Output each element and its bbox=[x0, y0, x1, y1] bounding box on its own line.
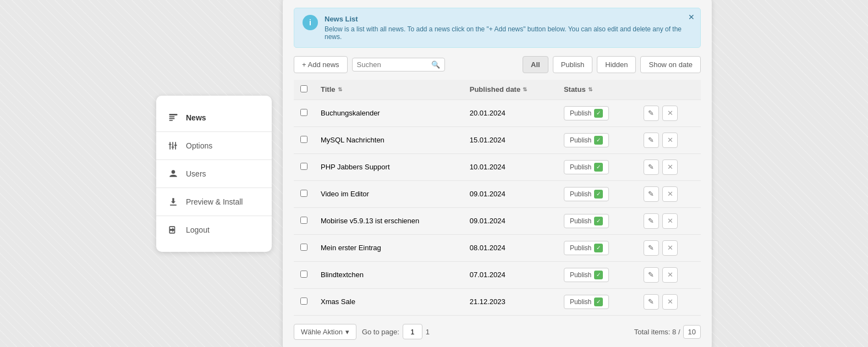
row-checkbox-5[interactable] bbox=[300, 244, 307, 251]
table-row: PHP Jabbers Support 10.01.2024 Publish ✓… bbox=[294, 153, 701, 180]
row-checkbox-cell bbox=[294, 100, 314, 126]
sidebar-item-options[interactable]: Options bbox=[156, 132, 272, 160]
search-input[interactable] bbox=[357, 60, 428, 69]
delete-button-4[interactable]: ✕ bbox=[662, 213, 678, 229]
delete-button-7[interactable]: ✕ bbox=[662, 294, 678, 310]
row-checkbox-3[interactable] bbox=[300, 190, 307, 197]
edit-button-2[interactable]: ✎ bbox=[644, 159, 659, 175]
add-news-button[interactable]: + Add news bbox=[294, 56, 348, 73]
header-checkbox-cell bbox=[294, 80, 314, 100]
page-input[interactable] bbox=[403, 324, 422, 339]
edit-button-1[interactable]: ✎ bbox=[644, 133, 659, 148]
download-icon bbox=[167, 196, 179, 208]
filter-publish-button[interactable]: Publish bbox=[553, 56, 593, 73]
header-status[interactable]: Status ⇅ bbox=[557, 80, 635, 100]
edit-button-7[interactable]: ✎ bbox=[644, 294, 659, 310]
wahl-aktion-button[interactable]: Wähle Aktion ▾ bbox=[294, 324, 356, 340]
row-title-7: Xmas Sale bbox=[314, 288, 463, 315]
row-checkbox-4[interactable] bbox=[300, 217, 307, 224]
info-box: i News List Below is a list with all new… bbox=[294, 8, 701, 48]
wahl-aktion-label: Wähle Aktion bbox=[301, 328, 343, 336]
svg-rect-0 bbox=[169, 114, 178, 115]
news-icon bbox=[167, 112, 179, 124]
table-row: Mein erster Eintrag 08.01.2024 Publish ✓… bbox=[294, 234, 701, 261]
header-published-date[interactable]: Published date ⇅ bbox=[463, 80, 557, 100]
publish-check-6: ✓ bbox=[594, 271, 603, 279]
sidebar-item-options-label: Options bbox=[186, 141, 212, 150]
row-checkbox-1[interactable] bbox=[300, 136, 307, 143]
users-icon bbox=[167, 168, 179, 180]
publish-check-1: ✓ bbox=[594, 136, 603, 145]
publish-check-3: ✓ bbox=[594, 190, 603, 199]
sidebar-item-preview-install[interactable]: Preview & Install bbox=[156, 188, 272, 216]
news-table: Title ⇅ Published date ⇅ Status ⇅ bbox=[294, 80, 701, 316]
table-row: Blindtextchen 07.01.2024 Publish ✓ ✎ ✕ bbox=[294, 261, 701, 288]
edit-button-3[interactable]: ✎ bbox=[644, 186, 659, 202]
sidebar-item-preview-install-label: Preview & Install bbox=[186, 197, 243, 206]
table-row: MySQL Nachrichten 15.01.2024 Publish ✓ ✎… bbox=[294, 126, 701, 153]
date-sort-icon: ⇅ bbox=[523, 86, 527, 92]
filter-show-on-date-button[interactable]: Show on date bbox=[640, 56, 701, 73]
row-checkbox-6[interactable] bbox=[300, 271, 307, 278]
info-title: News List bbox=[325, 15, 692, 23]
filter-all-button[interactable]: All bbox=[523, 56, 548, 73]
sidebar-item-news[interactable]: News bbox=[156, 104, 272, 132]
delete-button-1[interactable]: ✕ bbox=[662, 133, 678, 148]
row-actions-6: ✎ ✕ bbox=[635, 261, 701, 288]
total-items: Total items: 8 / 10 bbox=[634, 325, 701, 339]
row-title-0: Buchungskalender bbox=[314, 100, 463, 126]
edit-button-5[interactable]: ✎ bbox=[644, 240, 659, 256]
row-title-2: PHP Jabbers Support bbox=[314, 153, 463, 180]
edit-button-0[interactable]: ✎ bbox=[644, 106, 659, 121]
row-checkbox-0[interactable] bbox=[300, 109, 307, 116]
info-description: Below is a list with all news. To add a … bbox=[325, 25, 692, 41]
row-checkbox-2[interactable] bbox=[300, 163, 307, 170]
publish-button-3[interactable]: Publish ✓ bbox=[564, 187, 609, 201]
sidebar-item-logout[interactable]: Logout bbox=[156, 216, 272, 244]
publish-button-6[interactable]: Publish ✓ bbox=[564, 268, 609, 282]
delete-button-2[interactable]: ✕ bbox=[662, 159, 678, 175]
publish-button-4[interactable]: Publish ✓ bbox=[564, 214, 609, 228]
table-header-row: Title ⇅ Published date ⇅ Status ⇅ bbox=[294, 80, 701, 100]
publish-button-2[interactable]: Publish ✓ bbox=[564, 160, 609, 174]
row-title-1: MySQL Nachrichten bbox=[314, 126, 463, 153]
select-all-checkbox[interactable] bbox=[300, 85, 307, 92]
filter-hidden-button[interactable]: Hidden bbox=[597, 56, 636, 73]
delete-button-3[interactable]: ✕ bbox=[662, 186, 678, 202]
delete-button-6[interactable]: ✕ bbox=[662, 267, 678, 283]
row-checkbox-cell bbox=[294, 153, 314, 180]
sidebar-item-users[interactable]: Users bbox=[156, 160, 272, 188]
delete-button-5[interactable]: ✕ bbox=[662, 240, 678, 256]
row-checkbox-cell bbox=[294, 288, 314, 315]
row-actions-7: ✎ ✕ bbox=[635, 288, 701, 315]
total-items-label: Total items: 8 / bbox=[634, 328, 680, 336]
row-actions-4: ✎ ✕ bbox=[635, 207, 701, 234]
info-close-button[interactable]: ✕ bbox=[688, 13, 695, 21]
publish-button-5[interactable]: Publish ✓ bbox=[564, 241, 609, 255]
svg-rect-1 bbox=[169, 116, 175, 117]
row-checkbox-cell bbox=[294, 126, 314, 153]
delete-button-0[interactable]: ✕ bbox=[662, 106, 678, 121]
row-checkbox-7[interactable] bbox=[300, 298, 307, 305]
options-icon bbox=[167, 140, 179, 152]
row-checkbox-cell bbox=[294, 234, 314, 261]
row-status-2: Publish ✓ bbox=[557, 153, 635, 180]
search-box: 🔍 bbox=[352, 58, 445, 71]
row-date-4: 09.01.2024 bbox=[463, 207, 557, 234]
header-title[interactable]: Title ⇅ bbox=[314, 80, 463, 100]
edit-button-4[interactable]: ✎ bbox=[644, 213, 659, 229]
toolbar: + Add news 🔍 All Publish Hidden Show on … bbox=[294, 56, 701, 73]
svg-rect-2 bbox=[169, 118, 175, 119]
row-title-6: Blindtextchen bbox=[314, 261, 463, 288]
go-to-page-label: Go to page: bbox=[362, 328, 399, 336]
publish-button-7[interactable]: Publish ✓ bbox=[564, 295, 609, 309]
main-content: i News List Below is a list with all new… bbox=[283, 0, 712, 347]
per-page-value[interactable]: 10 bbox=[683, 325, 701, 339]
edit-button-6[interactable]: ✎ bbox=[644, 267, 659, 283]
row-actions-0: ✎ ✕ bbox=[635, 100, 701, 126]
publish-button-0[interactable]: Publish ✓ bbox=[564, 106, 609, 120]
go-to-page: Go to page: 1 bbox=[362, 324, 430, 339]
row-date-2: 10.01.2024 bbox=[463, 153, 557, 180]
row-status-3: Publish ✓ bbox=[557, 180, 635, 207]
publish-button-1[interactable]: Publish ✓ bbox=[564, 133, 609, 147]
